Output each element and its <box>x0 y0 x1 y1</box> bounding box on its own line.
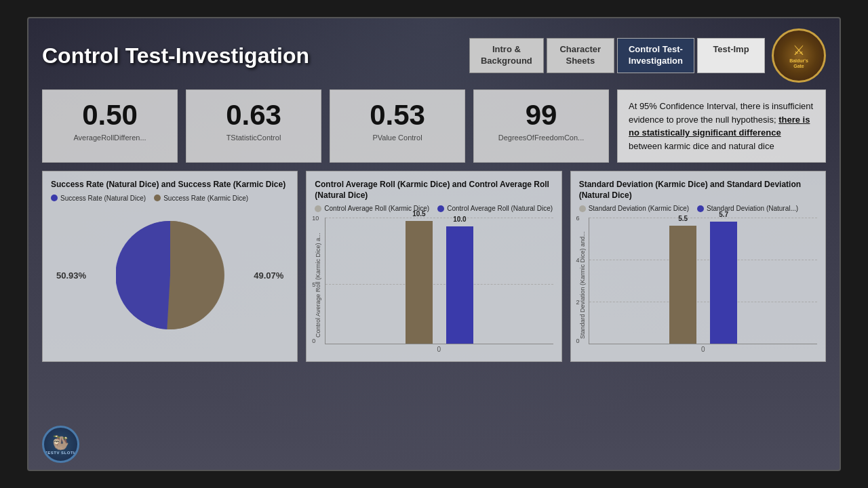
tab-test-imp[interactable]: Test-Imp <box>697 38 765 73</box>
bar2-chart-card: Standard Deviation (Karmic Dice) and Sta… <box>570 171 826 362</box>
bar2-legend-natural: Standard Deviation (Natural...) <box>697 205 798 212</box>
stat-value-pvalue: 0.53 <box>337 101 458 129</box>
pie-legend-natural-dot <box>51 195 58 201</box>
bar1-bar-karmic: 10.5 <box>406 221 433 344</box>
pie-legend-karmic-label: Success Rate (Karmic Dice) <box>163 195 248 202</box>
bottom-bar: 🦥 ZESTV SLOTH <box>42 426 79 463</box>
bar2-bar-karmic: 5.5 <box>669 226 696 344</box>
stat-card-dof: 99 DegreesOfFreedomCon... <box>473 89 609 163</box>
bar1-bar-natural: 10.0 <box>446 226 473 344</box>
bar1-x-label: 0 <box>325 346 553 353</box>
stat-label-avg-roll: AverageRollDifferen... <box>50 134 170 142</box>
bar1-grid-label-5: 5 <box>312 281 315 288</box>
stat-card-pvalue: 0.53 PValue Control <box>330 89 465 163</box>
bar2-bar-natural-fill: 5.7 <box>710 222 737 344</box>
bar1-bar-karmic-value: 10.5 <box>412 210 425 218</box>
bar2-y-label: Standard Deviation (Karmic Dice) and... <box>579 218 587 353</box>
tab-character[interactable]: CharacterSheets <box>547 38 614 73</box>
bar1-bars: 10.5 10.0 <box>406 218 473 344</box>
stat-card-avg-roll: 0.50 AverageRollDifferen... <box>42 89 178 163</box>
bar2-legend-natural-dot <box>697 205 704 212</box>
bar2-inner: 6 4 2 0 5.5 <box>589 218 817 353</box>
bar2-grid-label-2: 2 <box>576 299 579 306</box>
bar2-bar-karmic-value: 5.5 <box>678 215 688 222</box>
pie-legend-karmic: Success Rate (Karmic Dice) <box>154 195 248 202</box>
nav-tabs: Intro &Background CharacterSheets Contro… <box>469 38 765 73</box>
bar1-y-label: Control Average Roll (Karmic Dice) a... <box>315 218 322 353</box>
main-container: Control Test-Investigation Intro &Backgr… <box>27 17 841 471</box>
bar2-area: Standard Deviation (Karmic Dice) and... … <box>579 218 817 353</box>
bar2-legend-karmic-dot <box>579 205 586 212</box>
bar2-legend: Standard Deviation (Karmic Dice) Standar… <box>579 205 817 212</box>
pie-label-karmic: 50.93% <box>56 270 86 280</box>
header: Control Test-Investigation Intro &Backgr… <box>28 18 840 89</box>
pie-legend: Success Rate (Natural Dice) Success Rate… <box>51 195 289 202</box>
stat-label-dof: DegreesOfFreedomCon... <box>481 134 601 142</box>
stat-value-dof: 99 <box>481 101 601 129</box>
pie-chart-card: Success Rate (Natural Dice) and Success … <box>42 171 298 362</box>
pie-container: 50.93% 49.07% <box>51 207 289 343</box>
bar1-chart-title: Control Average Roll (Karmic Dice) and C… <box>315 180 553 201</box>
stat-value-avg-roll: 0.50 <box>50 101 170 129</box>
charts-row: Success Rate (Natural Dice) and Success … <box>28 171 840 362</box>
bar2-grid-label-6: 6 <box>576 215 579 222</box>
avatar-text: ZESTV SLOTH <box>45 451 77 455</box>
bar1-legend: Control Average Roll (Karmic Dice) Contr… <box>315 205 553 212</box>
logo-text: Baldur'sGate <box>789 58 808 70</box>
pie-legend-karmic-dot <box>154 195 161 201</box>
bar2-legend-karmic: Standard Deviation (Karmic Dice) <box>579 205 689 212</box>
stat-value-t-stat: 0.63 <box>193 101 314 129</box>
bar2-bars: 5.5 5.7 <box>669 218 737 344</box>
tab-control[interactable]: Control Test-Investigation <box>617 38 694 73</box>
avatar-icon: 🦥 <box>52 434 69 451</box>
pie-label-natural: 49.07% <box>254 270 283 280</box>
bar2-x-label: 0 <box>589 346 817 353</box>
bar1-bar-natural-fill: 10.0 <box>446 226 473 344</box>
bar2-chart-title: Standard Deviation (Karmic Dice) and Sta… <box>579 180 817 201</box>
logo-symbol: ⚔ <box>793 42 805 58</box>
bar1-legend-natural: Control Average Roll (Natural Dice) <box>437 205 553 212</box>
bar2-bar-natural: 5.7 <box>710 222 737 344</box>
bar2-grid: 6 4 2 0 5.5 <box>589 218 817 344</box>
bar1-bar-karmic-fill: 10.5 <box>406 221 433 344</box>
bar1-legend-karmic-dot <box>315 205 321 212</box>
tab-intro[interactable]: Intro &Background <box>469 38 544 73</box>
stat-label-pvalue: PValue Control <box>337 134 458 142</box>
bar1-legend-natural-label: Control Average Roll (Natural Dice) <box>447 205 553 212</box>
bar2-bar-karmic-fill: 5.5 <box>669 226 696 344</box>
bar1-chart-card: Control Average Roll (Karmic Dice) and C… <box>306 171 561 362</box>
bar2-grid-label-0: 0 <box>576 338 579 344</box>
pie-svg <box>116 221 224 329</box>
stat-description: At 95% Confidence Interval, there is ins… <box>617 89 826 163</box>
description-bold: there is no statistically significant di… <box>629 115 810 138</box>
page-title: Control Test-Investigation <box>42 43 469 68</box>
avatar: 🦥 ZESTV SLOTH <box>42 426 79 463</box>
bar2-legend-karmic-label: Standard Deviation (Karmic Dice) <box>589 205 689 212</box>
stat-card-t-stat: 0.63 TStatisticControl <box>186 89 321 163</box>
bar1-legend-natural-dot <box>437 205 444 212</box>
stat-label-t-stat: TStatisticControl <box>193 134 314 142</box>
bar1-grid-label-0: 0 <box>312 338 315 344</box>
pie-legend-natural-label: Success Rate (Natural Dice) <box>60 195 146 202</box>
bar1-grid-label-10: 10 <box>312 215 319 222</box>
bar1-inner: 10 5 0 10.5 <box>325 218 553 353</box>
bar2-bar-natural-value: 5.7 <box>719 211 728 218</box>
logo: ⚔ Baldur'sGate <box>772 28 826 83</box>
bar1-area: Control Average Roll (Karmic Dice) a... … <box>315 218 553 353</box>
bar1-bar-natural-value: 10.0 <box>453 216 466 223</box>
bar2-grid-label-4: 4 <box>576 257 579 264</box>
pie-chart-title: Success Rate (Natural Dice) and Success … <box>51 180 289 190</box>
bar1-grid: 10 5 0 10.5 <box>325 218 553 344</box>
pie-legend-natural: Success Rate (Natural Dice) <box>51 195 146 202</box>
stats-row: 0.50 AverageRollDifferen... 0.63 TStatis… <box>28 89 840 163</box>
